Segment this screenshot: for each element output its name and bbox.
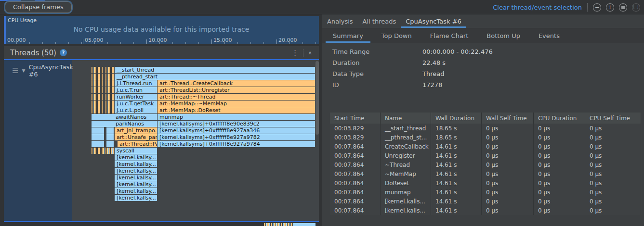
- collapse-panel-icon[interactable]: ∧: [308, 50, 312, 55]
- timeline-tick-label: 05.000: [85, 37, 104, 43]
- subtab-events[interactable]: Events: [529, 28, 569, 43]
- reset-zoom-icon[interactable]: [619, 3, 627, 12]
- zoom-out-icon[interactable]: −: [593, 3, 601, 12]
- summary-fields: Time Range00:00.000 - 00:22.476Duration2…: [322, 46, 644, 90]
- table-cell: 0 µs: [482, 197, 534, 206]
- flame-block[interactable]: [kernel.kallsy...: [115, 188, 157, 194]
- cpu-usage-panel[interactable]: CPU Usage No CPU usage data available fo…: [4, 16, 319, 44]
- drag-handle-icon[interactable]: ☰: [12, 66, 18, 75]
- table-row[interactable]: 00:07.864Unregister14.61 s0 µs0 µs0 µs: [330, 151, 641, 160]
- flame-block[interactable]: __start_thread: [115, 67, 315, 73]
- flame-block[interactable]: [kernel.kallsy...: [115, 181, 157, 188]
- table-row[interactable]: 00:03.829__start_thread18.65 s0 µs0 µs0 …: [330, 124, 641, 133]
- flame-block[interactable]: j.u.c.L.poll: [115, 107, 157, 113]
- table-row[interactable]: 00:07.864DoReset14.61 s0 µs0 µs0 µs: [330, 178, 641, 188]
- flame-block[interactable]: [106, 127, 114, 134]
- table-cell: 0 µs: [534, 124, 585, 133]
- tab-all-threads[interactable]: All threads: [358, 14, 401, 28]
- table-cell: [kernel.kalls...: [381, 206, 431, 215]
- table-row[interactable]: 00:03.829__pthread_st...18.65 s0 µs0 µs0…: [330, 133, 641, 142]
- thread-label-pane[interactable]: ☰ ▼ CpuAsyncTask #6: [4, 60, 72, 221]
- zoom-in-icon[interactable]: +: [606, 3, 614, 12]
- expand-chevron-icon[interactable]: ▼: [22, 68, 25, 73]
- flame-block[interactable]: [106, 134, 114, 140]
- flame-block[interactable]: [106, 141, 114, 147]
- column-header[interactable]: Wall Self Time: [482, 113, 534, 124]
- flame-block[interactable]: j.u.c.T.run: [115, 87, 157, 93]
- analysis-tabs: AnalysisAll threadsCpuAsyncTask #6: [322, 14, 644, 28]
- table-row[interactable]: 00:07.864[kernel.kalls...14.61 s0 µs0 µs…: [330, 206, 641, 215]
- summary-value: 00:00.000 - 00:22.476: [422, 48, 493, 55]
- flame-block[interactable]: [92, 134, 104, 140]
- threads-scrollbar[interactable]: [315, 61, 319, 135]
- table-cell: 0 µs: [585, 124, 641, 133]
- column-header[interactable]: Start Time: [330, 113, 381, 124]
- table-cell: 14.61 s: [431, 188, 482, 197]
- tab-cpuasynctask-6[interactable]: CpuAsyncTask #6: [401, 14, 466, 28]
- flame-block[interactable]: art::ThreadList::Unregister: [158, 87, 315, 93]
- table-row[interactable]: 00:07.864~Thread14.61 s0 µs0 µs0 µs: [330, 160, 641, 169]
- flame-block[interactable]: j.l.Thread.run: [115, 80, 157, 87]
- flame-block[interactable]: [kernel.kallsy...: [115, 161, 157, 167]
- flame-block[interactable]: [kernel.kallsy...: [115, 154, 157, 161]
- table-row[interactable]: 00:07.864~MemMap14.61 s0 µs0 µs0 µs: [330, 169, 641, 178]
- table-cell: 00:03.829: [330, 124, 381, 133]
- flame-block[interactable]: [kernel.kallsy...: [115, 195, 157, 201]
- flame-block[interactable]: art::MemMap::DoReset: [158, 107, 315, 113]
- more-options-icon[interactable]: ⋮: [291, 49, 299, 57]
- flame-stripes: [92, 87, 103, 93]
- flame-block[interactable]: [kernel.kallsy...: [115, 175, 157, 181]
- flame-block[interactable]: [kernel.kallsyms]+0xffffff8e927aa346: [158, 127, 315, 134]
- flame-block[interactable]: munmap: [158, 114, 315, 120]
- flame-block[interactable]: parkNanos: [92, 121, 157, 127]
- timeline-major-tick: [211, 39, 212, 44]
- flame-block[interactable]: art::Thread::Park: [118, 141, 157, 147]
- collapse-frames-button[interactable]: Collapse frames: [5, 1, 72, 13]
- table-cell: 00:07.864: [330, 169, 381, 178]
- table-cell: 0 µs: [534, 178, 585, 188]
- flame-block[interactable]: runWorker: [115, 94, 157, 100]
- summary-tabs: SummaryTop DownFlame ChartBottom UpEvent…: [322, 28, 644, 43]
- flame-block[interactable]: [kernel.kallsyms]+0xffffff8e90e839c2: [158, 121, 315, 127]
- zoom-to-selection-icon[interactable]: [ ]: [632, 3, 640, 12]
- flame-block[interactable]: [92, 141, 104, 147]
- flame-block[interactable]: art::Thread::CreateCallback: [158, 80, 315, 87]
- table-cell: 0 µs: [585, 142, 641, 151]
- table-cell: 00:07.864: [330, 160, 381, 169]
- flame-stripes: [105, 87, 114, 93]
- table-row[interactable]: 00:07.864CreateCallback14.61 s0 µs0 µs0 …: [330, 142, 641, 151]
- flame-block[interactable]: art::MemMap::~MemMap: [158, 100, 315, 107]
- subtab-top-down[interactable]: Top Down: [372, 28, 421, 43]
- tab-analysis[interactable]: Analysis: [322, 14, 358, 28]
- table-cell: 0 µs: [585, 197, 641, 206]
- flame-block[interactable]: art::Thread::~Thread: [158, 94, 315, 100]
- toolbar-right-controls: Clear thread/event selection −+[ ]: [493, 0, 640, 14]
- table-cell: Unregister: [381, 151, 431, 160]
- column-header[interactable]: Name: [381, 113, 431, 124]
- subtab-summary[interactable]: Summary: [324, 28, 372, 43]
- subtab-bottom-up[interactable]: Bottom Up: [477, 28, 529, 43]
- clear-selection-link[interactable]: Clear thread/event selection: [493, 4, 582, 11]
- flame-block[interactable]: [kernel.kallsy...: [115, 168, 157, 174]
- flame-block[interactable]: [kernel.kallsyms]+0xffffff8e927a9784: [158, 141, 315, 147]
- flame-block[interactable]: [kernel.kallsyms]+0xffffff8e927a9782: [158, 134, 315, 140]
- summary-label: Time Range: [332, 48, 422, 55]
- column-header[interactable]: CPU Duration: [534, 113, 585, 124]
- flame-block[interactable]: art::Unsafe_park: [115, 134, 157, 140]
- help-icon[interactable]: ?: [60, 49, 67, 56]
- flame-block[interactable]: syscall: [115, 148, 157, 154]
- flame-block[interactable]: awaitNanos: [92, 114, 157, 120]
- table-row[interactable]: 00:07.864munmap14.61 s0 µs0 µs0 µs: [330, 188, 641, 197]
- column-header[interactable]: CPU Self Time: [585, 113, 641, 124]
- flame-block[interactable]: __pthread_start: [115, 74, 315, 80]
- panel-divider: [319, 14, 322, 226]
- flame-block[interactable]: art_jni_trampo...: [115, 127, 157, 134]
- table-cell: 14.61 s: [431, 169, 482, 178]
- subtab-flame-chart[interactable]: Flame Chart: [421, 28, 478, 43]
- column-header[interactable]: Wall Duration: [431, 113, 482, 124]
- table-row[interactable]: 00:07.864[kernel.kalls...14.61 s0 µs0 µs…: [330, 197, 641, 206]
- timeline-tick-label: 10.000: [148, 37, 167, 43]
- flame-block[interactable]: j.u.c.T.getTask: [115, 100, 157, 107]
- flame-chart[interactable]: __start_thread__pthread_startj.l.Thread.…: [72, 60, 319, 221]
- flame-block[interactable]: [92, 127, 104, 134]
